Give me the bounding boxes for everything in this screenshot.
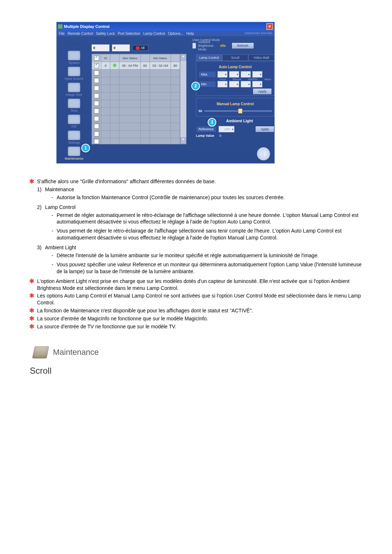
row-empty-check[interactable] xyxy=(94,78,99,83)
close-icon[interactable]: × xyxy=(266,23,273,30)
doc-b1: S'affiche alors une "Grille d'informatio… xyxy=(37,178,216,185)
ambient-apply-button[interactable]: Apply xyxy=(255,126,274,132)
col-minute: Minute xyxy=(233,78,241,81)
max-ampm-select[interactable]: ▾ xyxy=(241,71,251,78)
idle-label: Idle xyxy=(220,44,226,48)
min-hour-select[interactable]: ▾ xyxy=(217,81,228,87)
doc-d3a: Détecte l'intensité de la lumière ambian… xyxy=(57,252,319,259)
row-minv: 80 xyxy=(171,62,180,70)
min-ampm-select[interactable]: ▾ xyxy=(241,81,251,87)
row-empty-check[interactable] xyxy=(94,139,99,144)
status-dot-icon xyxy=(113,63,117,67)
sidebar-settings-label: Settings xyxy=(68,141,80,144)
menubar: File Remote Control Safety Lock Port Sel… xyxy=(57,31,274,36)
star-icon: ✱ xyxy=(29,315,37,322)
star-icon: ✱ xyxy=(29,307,37,314)
max-hour-select[interactable]: ▾ xyxy=(217,71,228,78)
refresh-button[interactable]: Refresh xyxy=(232,42,254,49)
row-empty-check[interactable] xyxy=(94,86,99,91)
row-empty-check[interactable] xyxy=(94,131,99,136)
time-icon xyxy=(68,99,80,108)
auto-apply-button[interactable]: Apply xyxy=(253,88,272,95)
manual-slider[interactable] xyxy=(204,110,272,112)
app-title: Multiple Display Control xyxy=(64,24,110,29)
reference-select[interactable]: OFF▾ xyxy=(219,126,234,132)
sidebar-pip-label: PIP xyxy=(72,125,77,128)
row-empty-check[interactable] xyxy=(94,116,99,121)
all-button[interactable]: All xyxy=(132,45,148,51)
doc-b6: La source d'entrée de TV ne fonctionne q… xyxy=(37,323,176,330)
abm-label: Ambient Brightness Mode xyxy=(198,40,216,51)
menu-safety[interactable]: Safety Lock xyxy=(96,32,115,36)
min-min-select[interactable]: ▾ xyxy=(229,81,239,87)
row-empty-check[interactable] xyxy=(94,93,99,98)
section-heading: Maintenance xyxy=(33,346,363,358)
sidebar-item-settings[interactable]: Settings xyxy=(60,131,89,144)
max-min-select[interactable]: ▾ xyxy=(229,71,239,78)
spin2[interactable]: 0 xyxy=(112,44,130,52)
doc-b5: La source d'entrée de MagicInfo ne fonct… xyxy=(37,315,208,322)
min-value-select[interactable]: ▾ xyxy=(252,81,262,87)
menu-lamp[interactable]: Lamp Control xyxy=(143,32,165,36)
tab-scroll[interactable]: Scroll xyxy=(222,54,248,61)
auto-lamp-title: Auto Lamp Control xyxy=(199,65,272,69)
manual-lamp-title: Manual Lamp Control xyxy=(199,102,272,106)
sidebar-input-label: Input Source xyxy=(65,77,83,81)
titlebar: Multiple Display Control × xyxy=(57,22,274,31)
row-empty-check[interactable] xyxy=(94,70,99,75)
table-row[interactable]: 0 05 : 04 PM 60 03 : 02 AM 80 xyxy=(92,62,180,70)
star-icon: ✱ xyxy=(29,278,37,292)
callout-1: 1 xyxy=(81,144,90,152)
slider-handle-icon[interactable] xyxy=(238,108,242,114)
doc-d2a: Permet de régler automatiquement le rétr… xyxy=(57,212,363,226)
maintenance-icon xyxy=(68,147,80,156)
info-grid: ID Max Status Min Status 0 xyxy=(91,54,187,144)
system-icon xyxy=(68,51,80,60)
row-empty-check[interactable] xyxy=(94,124,99,129)
brand-label: SAMSUNG DIGITall xyxy=(245,32,272,36)
min-label: Min. xyxy=(199,81,216,87)
row-empty-check[interactable] xyxy=(94,108,99,114)
sidebar: System Input Source Image Size Time PIP … xyxy=(57,36,91,163)
app-icon xyxy=(58,24,62,29)
col-id: ID xyxy=(101,54,110,62)
image-icon xyxy=(68,83,80,92)
all-label: All xyxy=(141,46,144,50)
right-panel: Lamp Control Scroll Video Wall Auto Lamp… xyxy=(196,36,274,163)
menu-options[interactable]: Options... xyxy=(168,32,184,36)
all-icon xyxy=(136,46,139,50)
menu-remote[interactable]: Remote Control xyxy=(68,32,93,36)
scroll-up-icon[interactable]: ▲ xyxy=(180,54,186,61)
row-empty-check[interactable] xyxy=(94,101,99,106)
manual-value: 50 xyxy=(199,109,202,113)
maintenance-section-icon xyxy=(32,346,49,358)
doc-n1: Maintenance xyxy=(45,186,74,193)
row-check[interactable] xyxy=(94,63,99,68)
row-max: 05 : 04 PM xyxy=(119,62,141,70)
lamp-value: 0 xyxy=(220,134,221,138)
settings-icon xyxy=(68,131,80,140)
max-label: Max. xyxy=(199,71,216,78)
grid-scrollbar[interactable]: ▲ ▼ xyxy=(180,54,186,144)
header-check[interactable] xyxy=(94,56,99,61)
tab-lamp-control[interactable]: Lamp Control xyxy=(196,54,222,61)
menu-help[interactable]: Help xyxy=(187,32,194,36)
max-value-select[interactable]: ▾ xyxy=(252,71,262,78)
doc-b4: La fonction de Maintenance n'est disponi… xyxy=(37,307,253,314)
tab-video-wall[interactable]: Video Wall xyxy=(248,54,274,61)
callout-3: 3 xyxy=(208,118,216,127)
sidebar-item-system[interactable]: System xyxy=(60,51,89,65)
sidebar-item-pip[interactable]: PIP xyxy=(60,115,89,128)
info-icon xyxy=(257,147,270,160)
abm-checkbox[interactable]: ✔ xyxy=(192,43,196,49)
sidebar-item-image[interactable]: Image Size xyxy=(60,83,89,97)
sidebar-item-input[interactable]: Input Source xyxy=(60,67,89,81)
menu-file[interactable]: File xyxy=(59,32,65,36)
sidebar-item-time[interactable]: Time xyxy=(60,99,89,112)
scroll-down-icon[interactable]: ▼ xyxy=(180,138,186,144)
col-max: Max Status xyxy=(119,54,141,62)
spin1[interactable]: 0 xyxy=(91,44,110,52)
menu-port[interactable]: Port Selection xyxy=(118,32,140,36)
star-icon: ✱ xyxy=(29,178,37,185)
col-ampm: AM/PM xyxy=(248,78,257,81)
